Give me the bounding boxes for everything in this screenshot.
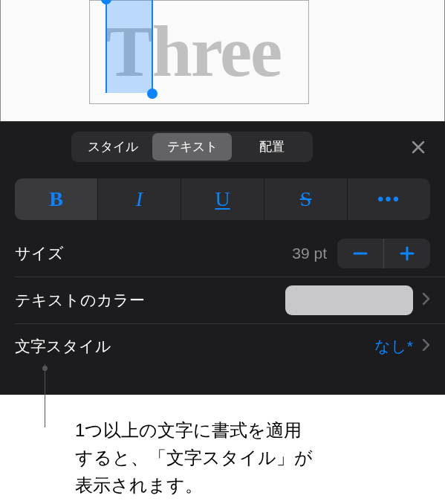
size-decrease-button[interactable] xyxy=(337,239,383,268)
chevron-right-icon xyxy=(422,337,430,356)
canvas-area: Three xyxy=(0,0,445,121)
bold-icon: B xyxy=(49,187,63,211)
text-color-row[interactable]: テキストのカラー xyxy=(0,277,445,323)
text-selection[interactable] xyxy=(105,0,153,93)
char-style-row[interactable]: 文字スタイル なし* xyxy=(0,324,445,369)
callout-line3: 表示されます。 xyxy=(75,475,203,495)
strikethrough-icon: S xyxy=(300,187,312,211)
callout-line1: 1つ以上の文字に書式を適用 xyxy=(75,420,302,440)
plus-icon xyxy=(398,245,416,262)
format-panel: スタイル テキスト 配置 B I U S ••• サイズ 39 pt xyxy=(0,121,445,395)
callout-line2: すると、「文字スタイル」が xyxy=(75,448,313,468)
color-swatch[interactable] xyxy=(285,285,413,315)
strikethrough-button[interactable]: S xyxy=(264,178,348,220)
selection-handle-end[interactable] xyxy=(147,88,157,99)
size-increase-button[interactable] xyxy=(384,239,430,268)
callout-text: 1つ以上の文字に書式を適用 すると、「文字スタイル」が 表示されます。 xyxy=(75,416,313,500)
chevron-right-icon xyxy=(422,291,430,310)
underline-button[interactable]: U xyxy=(181,178,264,220)
bold-button[interactable]: B xyxy=(15,178,98,220)
more-options-button[interactable]: ••• xyxy=(348,178,430,220)
tabs-group: スタイル テキスト 配置 xyxy=(71,132,313,162)
tab-style[interactable]: スタイル xyxy=(73,133,152,161)
format-buttons: B I U S ••• xyxy=(0,171,445,230)
italic-icon: I xyxy=(136,187,143,211)
size-row: サイズ 39 pt xyxy=(0,230,445,277)
callout-line xyxy=(45,364,45,427)
close-button[interactable] xyxy=(406,135,430,159)
italic-button[interactable]: I xyxy=(98,178,181,220)
tabs-bar: スタイル テキスト 配置 xyxy=(0,122,445,171)
char-style-label: 文字スタイル xyxy=(15,336,374,357)
more-icon: ••• xyxy=(377,189,400,210)
underline-icon: U xyxy=(215,187,230,211)
tab-arrange[interactable]: 配置 xyxy=(232,133,311,161)
size-stepper xyxy=(337,239,430,268)
minus-icon xyxy=(351,245,369,262)
char-style-value: なし* xyxy=(374,336,413,357)
size-value: 39 pt xyxy=(292,245,327,262)
text-color-label: テキストのカラー xyxy=(15,290,285,311)
close-icon xyxy=(412,140,425,154)
size-label: サイズ xyxy=(15,243,292,264)
tab-text[interactable]: テキスト xyxy=(152,133,232,161)
